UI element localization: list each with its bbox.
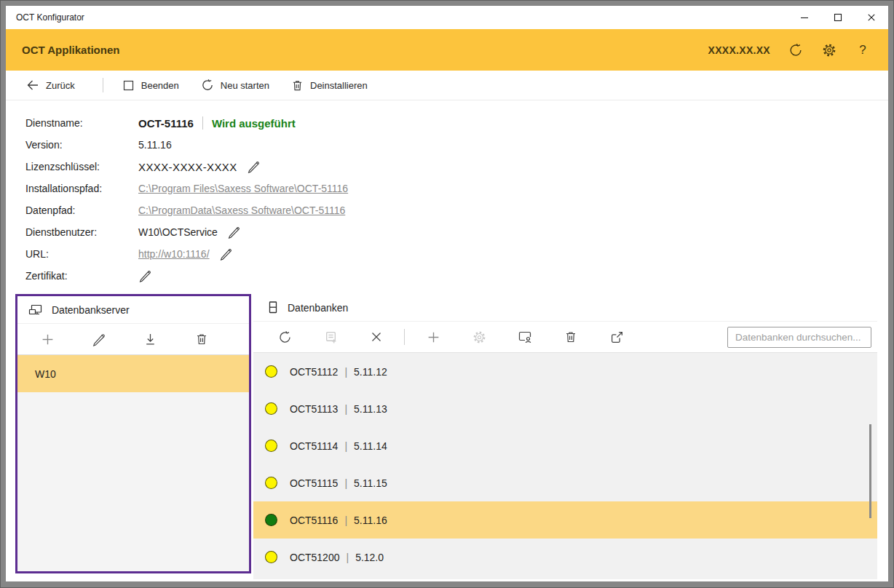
detail-row-install-path: Installationspfad: C:\Program Files\Saxe…	[6, 178, 888, 199]
status-dot	[265, 365, 277, 378]
db-list-item-selected[interactable]: OCT51116 | 5.11.16	[253, 501, 877, 539]
add-db-button[interactable]	[421, 325, 446, 349]
scrollbar-thumb[interactable]	[869, 424, 871, 518]
db-toolbar-divider	[404, 329, 405, 345]
edit-url-button[interactable]	[219, 247, 232, 261]
delete-db-button[interactable]	[558, 325, 583, 349]
db-name: OCT51112	[290, 366, 338, 378]
db-list-item[interactable]: OCT51200 | 5.12.0	[253, 539, 877, 576]
maximize-icon	[832, 12, 844, 23]
service-name-label: Dienstname:	[25, 117, 138, 129]
db-name: OCT51114	[290, 440, 338, 452]
restart-button[interactable]: Neu starten	[201, 79, 269, 92]
document-add-icon	[324, 330, 338, 344]
db-name: OCT51116	[290, 514, 338, 526]
server-list-item[interactable]: W10	[17, 355, 249, 392]
download-server-button[interactable]	[138, 327, 162, 351]
close-icon	[370, 330, 383, 343]
db-list-item[interactable]: OCT51114 | 5.11.14	[253, 427, 877, 464]
detail-row-url: URL: http://w10:1116/	[6, 243, 888, 265]
pencil-icon	[92, 333, 106, 346]
settings-button[interactable]	[821, 42, 837, 58]
minimize-button[interactable]	[788, 6, 821, 29]
status-dot	[265, 440, 277, 452]
install-path-link[interactable]: C:\Program Files\Saxess Software\OCT-511…	[138, 183, 348, 194]
server-panel-title: Datenbankserver	[52, 304, 130, 316]
url-link[interactable]: http://w10:1116/	[138, 248, 210, 260]
edit-certificate-button[interactable]	[138, 269, 151, 282]
service-details: Dienstname: OCT-51116 Wird ausgeführt Ve…	[6, 100, 888, 288]
trash-icon	[195, 333, 208, 346]
db-version: 5.11.16	[354, 514, 387, 526]
db-separator: |	[346, 552, 349, 563]
detail-row-service-user: Dienstbenutzer: W10\OCTService	[6, 221, 888, 243]
database-icon	[267, 301, 279, 314]
databases-panel: Datenbanken	[253, 294, 877, 579]
db-list-item[interactable]: OCT51112 | 5.11.12	[253, 353, 877, 390]
pencil-icon	[138, 269, 151, 282]
db-separator: |	[344, 477, 347, 489]
version-placeholder-text: XXXX.XX.XX	[708, 44, 770, 56]
db-users-button[interactable]	[513, 325, 537, 349]
status-dot	[265, 477, 277, 489]
gear-icon	[822, 43, 836, 57]
close-button[interactable]	[855, 6, 888, 29]
help-button[interactable]: ?	[855, 42, 871, 58]
db-version: 5.12.0	[355, 552, 384, 563]
db-toolbar	[253, 322, 877, 353]
license-label: Lizenzschlüssel:	[25, 161, 138, 172]
pencil-icon	[219, 247, 232, 261]
share-db-button[interactable]	[604, 325, 629, 349]
db-panel-header: Datenbanken	[253, 294, 877, 322]
db-version: 5.11.12	[354, 366, 387, 378]
server-toolbar	[17, 324, 249, 355]
db-list-item[interactable]: OCT51113 | 5.11.13	[253, 390, 877, 427]
screenshot-frame: OCT Konfigurator OCT Applikationen XXXX.…	[0, 0, 894, 588]
download-icon	[143, 333, 157, 346]
edit-service-user-button[interactable]	[227, 226, 240, 239]
gear-icon	[472, 330, 486, 344]
service-status-badge: Wird ausgeführt	[212, 117, 296, 130]
restore-db-button[interactable]	[318, 325, 343, 349]
detail-row-data-path: Datenpfad: C:\ProgramData\Saxess Softwar…	[6, 199, 888, 221]
db-settings-button[interactable]	[467, 325, 491, 349]
edit-server-button[interactable]	[87, 327, 111, 351]
data-path-link[interactable]: C:\ProgramData\Saxess Software\OCT-51116	[138, 204, 345, 216]
search-input[interactable]	[727, 327, 871, 348]
detail-row-license: Lizenzschlüssel: XXXX-XXXX-XXXX	[6, 156, 888, 178]
trash-icon	[564, 330, 577, 343]
app-header: OCT Applikationen XXXX.XX.XX ?	[6, 29, 888, 71]
add-icon	[427, 330, 440, 344]
user-screen-icon	[518, 330, 532, 343]
install-path-label: Installationspfad:	[25, 183, 138, 194]
db-version: 5.11.14	[354, 440, 387, 452]
db-list-item[interactable]: OCT51115 | 5.11.15	[253, 464, 877, 501]
detail-row-version: Version: 5.11.16	[6, 134, 888, 156]
add-server-button[interactable]	[35, 327, 60, 351]
share-icon	[610, 330, 624, 344]
uninstall-button[interactable]: Deinstallieren	[291, 79, 368, 92]
refresh-button[interactable]	[788, 42, 804, 58]
back-button[interactable]: Zurück	[26, 79, 75, 92]
back-arrow-icon	[26, 79, 39, 92]
cancel-db-button[interactable]	[364, 325, 389, 349]
db-separator: |	[344, 403, 347, 415]
minimize-icon	[799, 12, 810, 23]
db-separator: |	[344, 514, 347, 526]
restart-icon	[201, 79, 214, 92]
version-label: Version:	[25, 139, 138, 151]
db-name: OCT51200	[290, 552, 339, 563]
delete-server-button[interactable]	[189, 327, 214, 351]
data-path-label: Datenpfad:	[25, 204, 138, 216]
db-name: OCT51115	[290, 477, 338, 489]
refresh-db-button[interactable]	[272, 325, 297, 349]
page-title: OCT Applikationen	[22, 44, 708, 56]
trash-icon	[291, 79, 304, 92]
help-icon: ?	[859, 43, 866, 57]
server-name: W10	[35, 368, 56, 380]
edit-license-button[interactable]	[247, 160, 260, 173]
detail-row-certificate: Zertifikat:	[6, 265, 888, 287]
maximize-button[interactable]	[821, 6, 855, 29]
stop-button[interactable]: Beenden	[122, 79, 179, 92]
status-divider	[202, 116, 203, 130]
